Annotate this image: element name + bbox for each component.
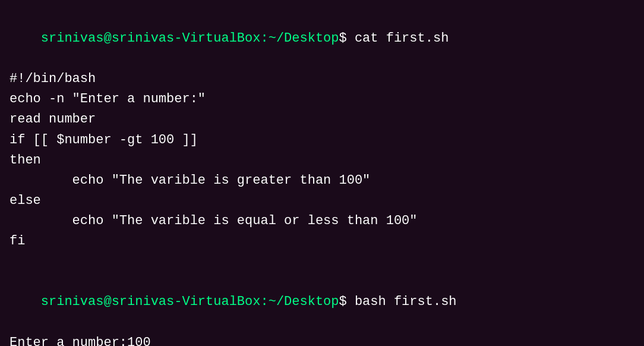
cmd-cat-line: srinivas@srinivas-VirtualBox:~/Desktop$ …: [10, 8, 634, 69]
echo-n-line: echo -n "Enter a number:": [10, 89, 634, 109]
shebang-line: #!/bin/bash: [10, 69, 634, 89]
blank-line-1: [10, 251, 634, 272]
if-line: if [[ $number -gt 100 ]]: [10, 130, 634, 150]
fi-line: fi: [10, 231, 634, 251]
cat-command: cat first.sh: [355, 31, 449, 46]
enter-number-line: Enter a number:100: [10, 333, 634, 347]
terminal: srinivas@srinivas-VirtualBox:~/Desktop$ …: [10, 8, 634, 338]
prompt-dollar-1: $: [339, 31, 355, 46]
prompt-user-2: srinivas@srinivas-VirtualBox:~/Desktop: [41, 294, 339, 309]
read-line: read number: [10, 109, 634, 130]
prompt-dollar-2: $: [339, 294, 355, 309]
prompt-user-1: srinivas@srinivas-VirtualBox:~/Desktop: [41, 31, 339, 46]
then-line: then: [10, 150, 634, 171]
echo-equal-line: echo "The varible is equal or less than …: [10, 211, 634, 231]
cmd-bash-line: srinivas@srinivas-VirtualBox:~/Desktop$ …: [10, 272, 634, 332]
else-line: else: [10, 191, 634, 211]
echo-greater-line: echo "The varible is greater than 100": [10, 171, 634, 191]
bash-command: bash first.sh: [355, 294, 457, 309]
